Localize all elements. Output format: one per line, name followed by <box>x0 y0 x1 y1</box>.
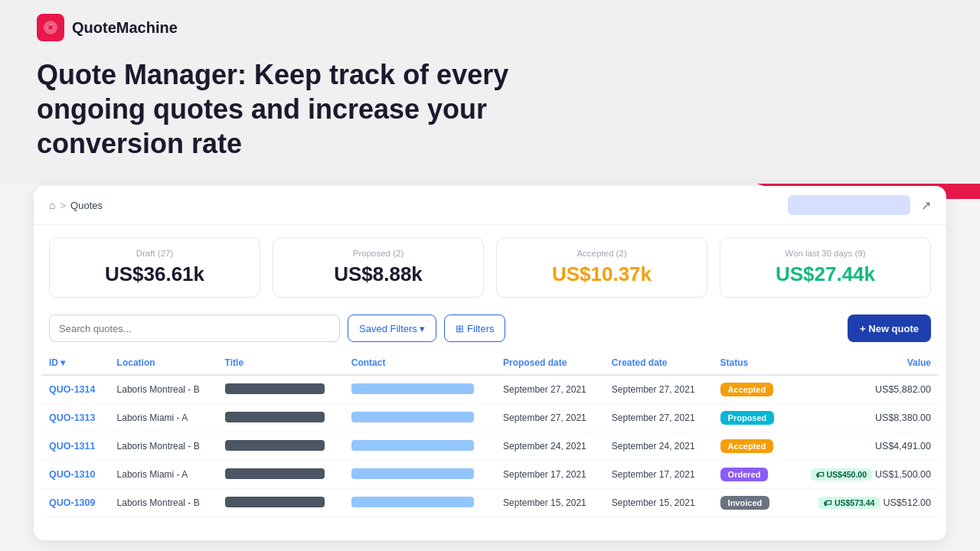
quote-id-link[interactable]: QUO-1313 <box>49 412 95 423</box>
col-contact[interactable]: Contact <box>344 351 495 375</box>
created-date: September 15, 2021 <box>612 497 695 508</box>
top-search-bar[interactable] <box>788 195 910 215</box>
col-title[interactable]: Title <box>217 351 344 375</box>
created-date: September 27, 2021 <box>612 384 695 395</box>
contact-bar <box>351 468 474 479</box>
stat-accepted-label: Accepted (2) <box>511 249 693 258</box>
search-wrap <box>49 315 340 342</box>
table-row[interactable]: QUO-1309Laboris Montreal - BSeptember 15… <box>41 489 939 517</box>
stat-draft-label: Draft (27) <box>64 249 246 258</box>
home-icon[interactable]: ⌂ <box>49 199 55 211</box>
quotes-table: ID ▾ Location Title Contact Proposed dat… <box>41 351 939 517</box>
col-created-date[interactable]: Created date <box>604 351 713 375</box>
stat-proposed-label: Proposed (2) <box>287 249 469 258</box>
breadcrumb-page: Quotes <box>70 200 103 211</box>
export-icon[interactable]: ↗ <box>921 198 931 213</box>
table-header-row: ID ▾ Location Title Contact Proposed dat… <box>41 351 939 375</box>
proposed-date: September 27, 2021 <box>503 384 586 395</box>
stat-draft-value: US$36.61k <box>64 262 246 286</box>
brand-name: QuoteMachine <box>72 19 178 37</box>
quote-id-link[interactable]: QUO-1314 <box>49 384 95 395</box>
quote-id-link[interactable]: QUO-1309 <box>49 497 95 508</box>
stat-won-value: US$27.44k <box>734 262 916 286</box>
table-row[interactable]: QUO-1311Laboris Montreal - BSeptember 24… <box>41 432 939 461</box>
main-card: ⌂ > Quotes ↗ Draft (27) US$36.61k Propos… <box>34 186 946 540</box>
status-badge: Invoiced <box>720 496 770 510</box>
stats-row: Draft (27) US$36.61k Proposed (2) US$8.8… <box>34 225 946 310</box>
location-text: Laboris Miami - A <box>117 469 188 480</box>
header: QuoteMachine <box>37 14 178 41</box>
stat-won-label: Won last 30 days (9) <box>734 249 916 258</box>
value-text: US$5,882.00 <box>875 384 931 395</box>
value-text: US$8,380.00 <box>875 412 931 423</box>
title-bar <box>225 468 325 479</box>
contact-bar <box>351 412 474 422</box>
contact-bar <box>351 383 474 394</box>
col-status[interactable]: Status <box>713 351 789 375</box>
title-bar <box>225 497 325 507</box>
status-badge: Ordered <box>720 468 769 481</box>
title-bar <box>225 412 325 422</box>
new-quote-button[interactable]: + New quote <box>848 315 931 342</box>
contact-bar <box>351 497 474 507</box>
location-text: Laboris Montreal - B <box>117 441 200 452</box>
value-text: US$512.00 <box>883 497 931 508</box>
new-quote-label: + New quote <box>860 323 919 334</box>
stat-accepted-value: US$10.37k <box>511 262 693 286</box>
toolbar: Saved Filters ▾ ⊞ Filters + New quote <box>34 310 946 351</box>
value-text: US$1,500.00 <box>875 469 931 480</box>
status-badge: Accepted <box>720 439 774 453</box>
hero-section: Quote Manager: Keep track of every ongoi… <box>37 57 557 161</box>
quote-id-link[interactable]: QUO-1311 <box>49 441 95 452</box>
saved-filters-button[interactable]: Saved Filters ▾ <box>348 315 436 342</box>
stat-accepted[interactable]: Accepted (2) US$10.37k <box>496 237 707 298</box>
created-date: September 27, 2021 <box>612 412 695 423</box>
title-bar <box>225 383 325 394</box>
value-text: US$4,491.00 <box>875 441 931 452</box>
col-value[interactable]: Value <box>789 351 939 375</box>
table-row[interactable]: QUO-1310Laboris Miami - ASeptember 17, 2… <box>41 461 939 489</box>
location-text: Laboris Miami - A <box>117 412 188 423</box>
title-bar <box>225 440 325 451</box>
filters-label: ⊞ Filters <box>456 323 494 334</box>
breadcrumb-separator: > <box>60 200 66 211</box>
status-badge: Accepted <box>720 383 774 396</box>
col-location[interactable]: Location <box>109 351 217 375</box>
logo-icon <box>37 14 64 41</box>
card-topbar: ⌂ > Quotes ↗ <box>34 186 946 225</box>
saved-filters-label: Saved Filters ▾ <box>359 323 425 334</box>
search-input[interactable] <box>49 315 340 342</box>
location-text: Laboris Montreal - B <box>117 384 200 395</box>
stat-won[interactable]: Won last 30 days (9) US$27.44k <box>720 237 931 298</box>
proposed-date: September 27, 2021 <box>503 412 586 423</box>
location-text: Laboris Montreal - B <box>117 497 200 508</box>
hero-heading: Quote Manager: Keep track of every ongoi… <box>37 57 557 161</box>
table-row[interactable]: QUO-1314Laboris Montreal - BSeptember 27… <box>41 375 939 404</box>
status-badge: Proposed <box>720 411 775 425</box>
svg-point-1 <box>48 25 53 30</box>
quotes-table-wrap: ID ▾ Location Title Contact Proposed dat… <box>34 351 946 517</box>
quote-id-link[interactable]: QUO-1310 <box>49 469 95 480</box>
stat-proposed[interactable]: Proposed (2) US$8.88k <box>273 237 484 298</box>
col-proposed-date[interactable]: Proposed date <box>495 351 604 375</box>
discount-badge: 🏷 US$450.00 <box>811 468 872 481</box>
discount-badge: 🏷 US$573.44 <box>818 497 880 509</box>
created-date: September 24, 2021 <box>612 441 695 452</box>
col-id[interactable]: ID ▾ <box>41 351 109 375</box>
contact-bar <box>351 440 474 451</box>
proposed-date: September 24, 2021 <box>503 441 586 452</box>
created-date: September 17, 2021 <box>612 469 695 480</box>
stat-draft[interactable]: Draft (27) US$36.61k <box>49 237 260 298</box>
proposed-date: September 15, 2021 <box>503 497 586 508</box>
filters-button[interactable]: ⊞ Filters <box>444 315 505 342</box>
stat-proposed-value: US$8.88k <box>287 262 469 286</box>
table-row[interactable]: QUO-1313Laboris Miami - ASeptember 27, 2… <box>41 404 939 432</box>
proposed-date: September 17, 2021 <box>503 469 586 480</box>
